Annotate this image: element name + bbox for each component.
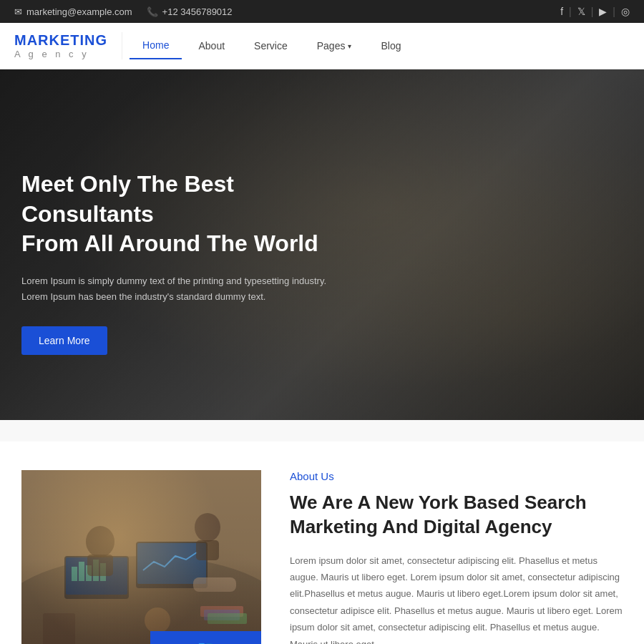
svg-rect-12	[87, 555, 113, 576]
nav-home[interactable]: Home	[130, 32, 182, 59]
about-section: 🏅 20 Year Experience About Us We Are A N…	[0, 441, 644, 644]
phone-info: 📞 +12 3456789012	[147, 6, 233, 17]
nav-service[interactable]: Service	[241, 33, 301, 59]
phone-icon: 📞	[147, 6, 158, 17]
nav-blog[interactable]: Blog	[368, 33, 414, 59]
contact-info: ✉ marketing@example.com 📞 +12 3456789012	[14, 6, 233, 17]
pages-dropdown-arrow: ▾	[348, 42, 351, 50]
svg-rect-18	[200, 606, 243, 617]
svg-rect-10	[137, 543, 206, 584]
svg-rect-7	[93, 560, 99, 581]
about-body-text: Lorem ipsum dolor sit amet, consectetur …	[290, 552, 623, 644]
about-content-column: About Us We Are A New York Based Search …	[290, 470, 623, 644]
header: MARKETING A g e n c y Home About Service…	[0, 23, 644, 69]
hero-content: Meet Only The Best Consultants From All …	[0, 69, 358, 376]
svg-rect-17	[43, 613, 75, 644]
svg-rect-9	[136, 542, 208, 588]
svg-rect-4	[72, 567, 77, 581]
about-tag: About Us	[290, 470, 623, 482]
about-heading: We Are A New York Based Search Marketing…	[290, 491, 623, 540]
top-bar: ✉ marketing@example.com 📞 +12 3456789012…	[0, 0, 644, 23]
hero-description: Lorem Ipsum is simply dummy text of the …	[21, 273, 336, 305]
section-gap	[0, 420, 644, 441]
hero-section: Meet Only The Best Consultants From All …	[0, 69, 644, 420]
nav-pages[interactable]: Pages ▾	[304, 33, 365, 59]
social-links: f | 𝕏 | ▶ | ◎	[560, 6, 630, 17]
nav-about[interactable]: About	[185, 33, 238, 59]
svg-rect-15	[193, 577, 236, 592]
hero-title: Meet Only The Best Consultants From All …	[21, 170, 336, 259]
svg-rect-2	[64, 556, 129, 599]
facebook-icon[interactable]: f	[560, 6, 563, 17]
svg-rect-6	[86, 565, 92, 581]
tagline: A g e n c y	[14, 49, 107, 59]
email-info: ✉ marketing@example.com	[14, 6, 132, 17]
main-nav: Home About Service Pages ▾ Blog	[130, 32, 414, 59]
svg-point-16	[145, 608, 170, 633]
svg-rect-19	[204, 610, 240, 620]
email-text: marketing@example.com	[26, 6, 132, 17]
svg-point-11	[86, 526, 114, 557]
brand-name: MARKETING	[14, 32, 107, 49]
about-image	[21, 470, 261, 644]
svg-point-13	[195, 513, 220, 542]
svg-rect-5	[79, 562, 84, 581]
about-image-svg	[21, 470, 261, 644]
logo: MARKETING A g e n c y	[14, 32, 122, 59]
svg-rect-21	[21, 470, 261, 644]
experience-badge: 🏅 20 Year Experience	[150, 631, 261, 644]
x-icon[interactable]: 𝕏	[577, 6, 585, 17]
instagram-icon[interactable]: ◎	[621, 6, 630, 17]
svg-rect-3	[66, 557, 127, 595]
svg-rect-20	[208, 613, 247, 624]
youtube-icon[interactable]: ▶	[599, 6, 607, 17]
about-image-column: 🏅 20 Year Experience	[21, 470, 261, 644]
svg-rect-0	[21, 470, 261, 644]
email-icon: ✉	[14, 6, 22, 17]
svg-rect-14	[196, 540, 219, 560]
learn-more-button[interactable]: Learn More	[21, 326, 107, 355]
phone-text: +12 3456789012	[162, 6, 233, 17]
svg-rect-8	[100, 563, 106, 581]
